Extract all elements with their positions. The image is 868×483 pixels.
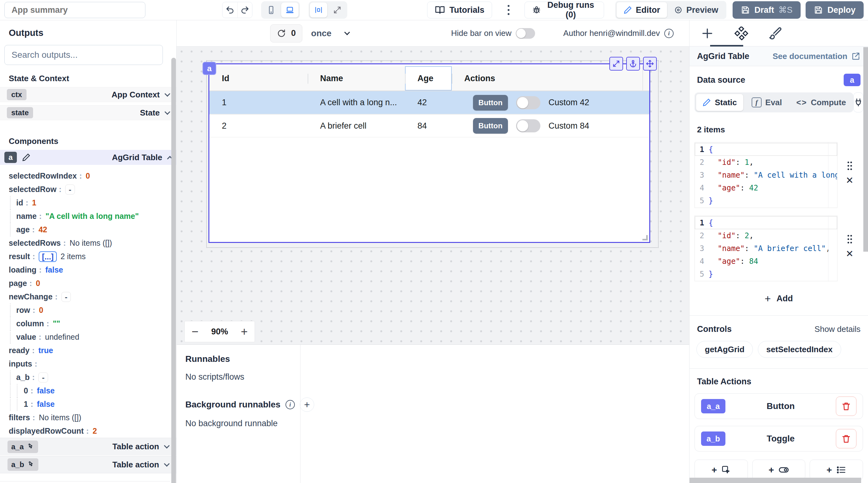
output-row-result[interactable]: result:[...]2 items bbox=[9, 250, 176, 263]
anchor-component-button[interactable] bbox=[626, 57, 640, 70]
tab-component-settings[interactable] bbox=[735, 27, 748, 40]
desktop-view-button[interactable] bbox=[281, 2, 299, 18]
row-action-button[interactable]: Button bbox=[473, 118, 508, 134]
output-row-1[interactable]: 1:false bbox=[9, 397, 176, 411]
schedule-value: once bbox=[311, 28, 331, 38]
output-row-newChange[interactable]: newChange:- bbox=[9, 290, 176, 304]
close-icon[interactable]: ✕ bbox=[845, 249, 853, 258]
output-row-name[interactable]: name:"A cell with a long name" bbox=[9, 209, 176, 223]
aggrid-table-component[interactable]: a Id Name Age bbox=[209, 63, 650, 243]
show-details-link[interactable]: Show details bbox=[815, 324, 861, 334]
panel-horizontal-scrollbar[interactable] bbox=[689, 478, 861, 483]
output-value[interactable]: - bbox=[61, 292, 71, 302]
output-row-ready[interactable]: ready:true bbox=[9, 344, 176, 357]
output-row-selectedRowIndex[interactable]: selectedRowIndex:0 bbox=[9, 169, 176, 183]
refresh-button[interactable]: 0 bbox=[270, 24, 302, 42]
row-action-button[interactable]: Button bbox=[473, 95, 508, 111]
more-menu-button[interactable] bbox=[504, 5, 513, 15]
ctx-row[interactable]: ctx App Context bbox=[0, 87, 176, 102]
output-row-0[interactable]: 0:false bbox=[9, 384, 176, 397]
zoom-in-button[interactable]: + bbox=[240, 325, 249, 338]
undo-button[interactable] bbox=[222, 2, 237, 18]
app-canvas[interactable]: a Id Name Age bbox=[177, 47, 689, 344]
schedule-select[interactable]: once bbox=[311, 28, 349, 38]
zoom-out-button[interactable]: − bbox=[190, 325, 200, 338]
state-row[interactable]: state State bbox=[0, 105, 176, 120]
tab-styling[interactable] bbox=[769, 27, 782, 40]
column-header-name[interactable]: Name bbox=[308, 66, 405, 90]
draft-button[interactable]: Draft ⌘S bbox=[733, 1, 801, 19]
add-button-action[interactable]: + bbox=[694, 460, 748, 480]
output-row-value[interactable]: value:undefined bbox=[9, 330, 176, 344]
output-row-age[interactable]: age:42 bbox=[9, 223, 176, 236]
row-toggle[interactable] bbox=[516, 96, 540, 109]
mode-compute-button[interactable]: <> Compute bbox=[790, 94, 852, 111]
move-component-button[interactable] bbox=[643, 57, 657, 70]
row-toggle[interactable] bbox=[516, 119, 540, 132]
add-select-action[interactable]: + bbox=[810, 460, 863, 480]
pencil-icon bbox=[623, 6, 632, 15]
close-icon[interactable]: ✕ bbox=[845, 176, 853, 185]
redo-button[interactable] bbox=[238, 2, 252, 18]
connect-button[interactable] bbox=[853, 92, 863, 112]
pencil-icon[interactable] bbox=[22, 153, 31, 162]
mode-eval-button[interactable]: f Eval bbox=[745, 94, 788, 111]
column-header-id[interactable]: Id bbox=[209, 66, 308, 90]
panel-scrollbar[interactable] bbox=[863, 47, 868, 252]
table-action-row-a_a[interactable]: a_a Table action bbox=[0, 438, 176, 455]
json-editor[interactable]: 1{2 "id": 1,3 "name": "A cell with a lon… bbox=[694, 142, 837, 208]
mode-static-button[interactable]: Static bbox=[696, 94, 744, 111]
output-row-selectedRow[interactable]: selectedRow:- bbox=[9, 183, 176, 196]
output-row-filters[interactable]: filters:No items ([]) bbox=[9, 411, 176, 424]
app-summary-input[interactable] bbox=[4, 2, 145, 18]
add-toggle-action[interactable]: + bbox=[752, 460, 806, 480]
add-item-button[interactable]: + Add bbox=[765, 292, 793, 305]
component-a-row[interactable]: a AgGrid Table bbox=[0, 150, 176, 165]
output-row-page[interactable]: page:0 bbox=[9, 277, 176, 290]
fullscreen-component-button[interactable] bbox=[609, 57, 623, 70]
resize-handle[interactable] bbox=[643, 235, 648, 240]
center-layout-button[interactable] bbox=[310, 2, 327, 18]
control-getAgGrid[interactable]: getAgGrid bbox=[696, 341, 753, 358]
output-row-row[interactable]: row:0 bbox=[9, 304, 176, 317]
output-value[interactable]: - bbox=[65, 184, 74, 195]
drag-handle-icon[interactable] bbox=[846, 234, 853, 245]
info-icon[interactable]: i bbox=[664, 29, 674, 38]
tab-insert-component[interactable] bbox=[701, 27, 714, 40]
editor-row-2: 1{2 "id": 2,3 "name": "A briefer cell",4… bbox=[694, 216, 863, 281]
delete-action-button[interactable] bbox=[836, 429, 857, 448]
hide-bar-toggle[interactable] bbox=[516, 28, 535, 39]
cell-name: A cell with a long n... bbox=[308, 91, 405, 114]
output-row-id[interactable]: id:1 bbox=[9, 196, 176, 209]
output-row-column[interactable]: column:"" bbox=[9, 317, 176, 330]
mobile-view-button[interactable] bbox=[262, 2, 280, 18]
output-value[interactable]: - bbox=[38, 372, 48, 382]
output-row-inputs[interactable]: inputs: bbox=[9, 357, 176, 371]
output-row-selectedRows[interactable]: selectedRows:No items ([]) bbox=[9, 236, 176, 250]
undo-icon bbox=[225, 5, 235, 15]
see-documentation-link[interactable]: See documentation bbox=[773, 52, 861, 61]
info-icon[interactable]: i bbox=[285, 400, 295, 409]
output-value[interactable]: [...] bbox=[39, 251, 57, 262]
editor-tab[interactable]: Editor bbox=[617, 2, 667, 18]
output-row-displayedRowCount[interactable]: displayedRowCount:2 bbox=[9, 424, 176, 438]
json-editor[interactable]: 1{2 "id": 2,3 "name": "A briefer cell",4… bbox=[694, 216, 837, 281]
full-width-button[interactable] bbox=[329, 2, 346, 18]
debug-runs-button[interactable]: Debug runs (0) bbox=[525, 2, 604, 19]
tutorials-button[interactable]: Tutorials bbox=[427, 2, 492, 19]
search-outputs-input[interactable] bbox=[4, 45, 163, 65]
add-background-runnable-button[interactable]: + bbox=[300, 397, 314, 412]
column-header-age[interactable]: Age bbox=[405, 66, 452, 90]
output-row-loading[interactable]: loading:false bbox=[9, 263, 176, 277]
delete-action-button[interactable] bbox=[836, 397, 857, 416]
chevron-down-icon bbox=[164, 109, 170, 115]
sidebar-scrollbar[interactable] bbox=[171, 58, 176, 483]
output-row-a_b[interactable]: a_b:- bbox=[9, 371, 176, 384]
table-row[interactable]: 2 A briefer cell 84 Button Custom 84 bbox=[209, 114, 649, 137]
table-action-row-a_b[interactable]: a_b Table action bbox=[0, 456, 176, 473]
deploy-button[interactable]: Deploy bbox=[806, 1, 864, 19]
control-setSelectedIndex[interactable]: setSelectedIndex bbox=[758, 341, 841, 358]
preview-tab[interactable]: Preview bbox=[667, 2, 725, 18]
drag-handle-icon[interactable] bbox=[846, 161, 853, 171]
table-row[interactable]: 1 A cell with a long n... 42 Button Cust… bbox=[209, 91, 649, 114]
